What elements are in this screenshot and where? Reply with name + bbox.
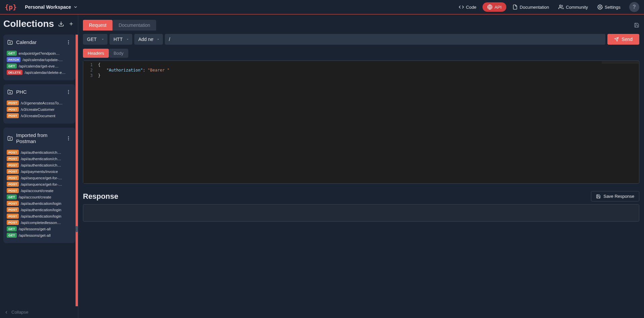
- scrollbar-thumb[interactable]: [76, 226, 78, 232]
- endpoint-path: /api/sequence/get-for-item: [21, 176, 63, 180]
- save-response-button[interactable]: Save Response: [591, 191, 639, 201]
- endpoint-item[interactable]: POST/api/payments/invoice: [7, 168, 72, 175]
- method-badge: POST: [7, 100, 19, 105]
- endpoint-item[interactable]: POST/v3/createDocument: [7, 112, 72, 119]
- endpoint-item[interactable]: GETendpoint/get?endpointId=752: [7, 50, 72, 56]
- endpoint-path: /api/authentication/login: [21, 208, 61, 212]
- endpoint-item[interactable]: GET/api/account/create: [7, 194, 72, 200]
- endpoint-path: /api/authentication/login: [21, 214, 61, 218]
- endpoint-item[interactable]: POST/v3/createCustomer: [7, 106, 72, 112]
- collection-card: CalendarGETendpoint/get?endpointId=752PA…: [3, 35, 75, 80]
- collection-name: PHC: [16, 89, 62, 95]
- response-body[interactable]: [83, 204, 639, 222]
- method-badge: POST: [7, 207, 19, 212]
- endpoint-item[interactable]: POST/api/authentication/change-...: [7, 155, 72, 162]
- method-badge: POST: [7, 175, 19, 180]
- code-brace: }: [98, 73, 100, 78]
- endpoint-path: /v3/createCustomer: [21, 107, 54, 111]
- download-icon: [58, 21, 64, 27]
- scrollbar-track[interactable]: [76, 35, 78, 306]
- sub-tab-body[interactable]: Body: [109, 49, 128, 58]
- add-collection-button[interactable]: [68, 20, 75, 27]
- endpoint-list: POST/api/authentication/change-...POST/a…: [3, 149, 75, 243]
- endpoint-item[interactable]: POST/api/authentication/change-...: [7, 149, 72, 155]
- endpoint-item[interactable]: POST/api/authentication/login: [7, 200, 72, 207]
- method-select[interactable]: GET: [83, 34, 107, 45]
- folder-icon: [7, 89, 13, 95]
- endpoint-path: /v3/createDocument: [21, 114, 55, 118]
- sidebar-header: Collections: [0, 14, 78, 35]
- tab-documentation[interactable]: Documentation: [112, 20, 156, 31]
- endpoint-item[interactable]: POST/api/account/create: [7, 187, 72, 194]
- content-area: Request Documentation GET HTTP Add new..…: [78, 14, 644, 318]
- gear-icon: [597, 4, 603, 10]
- send-button[interactable]: Send: [607, 34, 639, 45]
- collapse-sidebar-button[interactable]: Collapse: [0, 306, 78, 318]
- collection-menu-button[interactable]: [66, 136, 71, 141]
- send-icon: [614, 37, 619, 42]
- endpoint-item[interactable]: PATCH/api/calendar/update-event: [7, 56, 72, 63]
- endpoint-item[interactable]: GET/api/lessons/get-all: [7, 226, 72, 232]
- endpoint-item[interactable]: POST/api/sequence/get-for-item: [7, 175, 72, 181]
- endpoint-item[interactable]: POST/api/completedlessons/add: [7, 219, 72, 226]
- endpoint-item[interactable]: POST/api/sequence/get-for-item: [7, 181, 72, 187]
- method-badge: POST: [7, 201, 19, 206]
- method-badge: POST: [7, 163, 19, 168]
- method-badge: DELETE: [7, 70, 22, 75]
- endpoint-path: /api/lessons/get-all: [19, 233, 51, 237]
- response-header: Response Save Response: [83, 191, 639, 201]
- globe-icon: [487, 4, 493, 10]
- avatar[interactable]: ?: [629, 2, 639, 12]
- url-input[interactable]: [165, 34, 605, 45]
- collection-menu-button[interactable]: [66, 40, 71, 45]
- endpoint-path: endpoint/get?endpointId=752: [19, 51, 61, 55]
- nav-code-label: Code: [466, 5, 476, 10]
- endpoint-item[interactable]: POST/v3/generateAccessToken: [7, 100, 72, 106]
- editor-minimap[interactable]: [602, 61, 639, 64]
- workspace-selector[interactable]: Personal Workspace: [25, 4, 78, 10]
- endpoint-item[interactable]: POST/api/authentication/login: [7, 207, 72, 213]
- editor-code[interactable]: { "Authorization": "Bearer " }: [95, 61, 639, 183]
- method-badge: GET: [7, 233, 17, 238]
- nav-community[interactable]: Community: [555, 2, 591, 12]
- collection-header[interactable]: Imported from Postman: [3, 128, 75, 149]
- sub-tabs: Headers Body: [83, 49, 639, 58]
- chevron-down-icon: [73, 5, 78, 9]
- nav-code[interactable]: Code: [455, 2, 480, 12]
- method-badge: POST: [7, 156, 19, 161]
- code-colon: :: [143, 68, 147, 73]
- collection-menu-button[interactable]: [66, 89, 71, 95]
- collection-select[interactable]: Add new...: [134, 34, 163, 45]
- collection-name: Imported from Postman: [16, 132, 62, 144]
- svg-point-3: [599, 6, 601, 8]
- logo: {p}: [5, 3, 17, 11]
- tab-request[interactable]: Request: [83, 20, 112, 31]
- nav-api[interactable]: API: [482, 2, 506, 12]
- endpoint-item[interactable]: DELETE/api/calendar/delete-event: [7, 69, 72, 76]
- endpoint-item[interactable]: GET/api/calendar/get-events?us...: [7, 63, 72, 69]
- protocol-select[interactable]: HTTP: [109, 34, 132, 45]
- method-badge: POST: [7, 220, 19, 225]
- endpoint-item[interactable]: POST/api/authentication/change-...: [7, 162, 72, 168]
- code-key: "Authorization": [106, 68, 143, 73]
- sub-tab-headers[interactable]: Headers: [83, 49, 109, 58]
- code-editor[interactable]: 1 2 3 { "Authorization": "Bearer " }: [83, 60, 639, 184]
- svg-point-14: [68, 90, 69, 91]
- sidebar-title: Collections: [3, 18, 54, 29]
- endpoint-item[interactable]: POST/api/authentication/login: [7, 213, 72, 219]
- method-badge: GET: [7, 63, 17, 69]
- import-button[interactable]: [58, 20, 64, 27]
- endpoint-item[interactable]: GET/api/lessons/get-all: [7, 232, 72, 238]
- method-badge: POST: [7, 188, 19, 193]
- collection-header[interactable]: PHC: [3, 84, 75, 100]
- collection-header[interactable]: Calendar: [3, 35, 75, 50]
- nav-settings[interactable]: Settings: [594, 2, 624, 12]
- line-number: 1: [83, 62, 93, 67]
- endpoint-path: /api/calendar/update-event: [22, 58, 64, 62]
- workspace-name: Personal Workspace: [25, 4, 71, 10]
- save-request-button[interactable]: [634, 22, 639, 28]
- endpoint-list: GETendpoint/get?endpointId=752PATCH/api/…: [3, 50, 75, 80]
- sidebar-body[interactable]: CalendarGETendpoint/get?endpointId=752PA…: [0, 35, 78, 306]
- nav-documentation[interactable]: Documentation: [509, 2, 552, 12]
- save-icon: [596, 194, 601, 199]
